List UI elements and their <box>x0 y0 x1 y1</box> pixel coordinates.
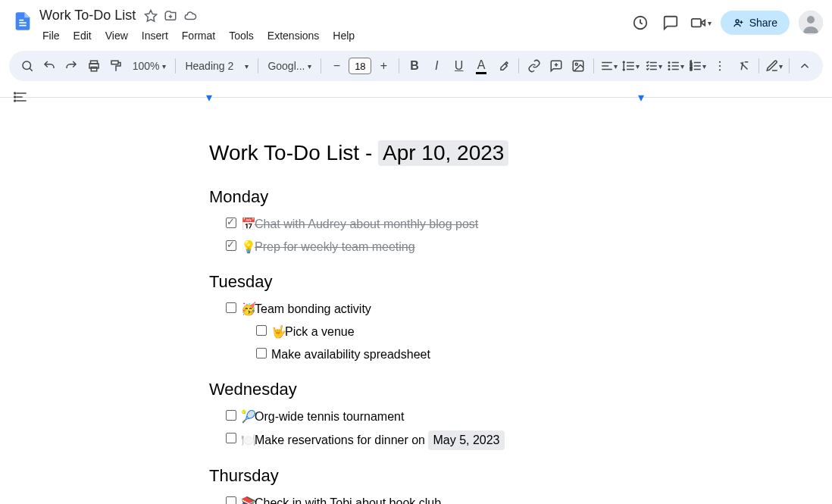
cloud-status-icon[interactable] <box>183 8 198 23</box>
bulleted-list-icon[interactable]: ▾ <box>665 55 686 77</box>
meet-icon[interactable]: ▾ <box>690 12 712 33</box>
checklist-icon[interactable]: ▾ <box>643 55 664 77</box>
editing-mode-icon[interactable]: ▾ <box>764 55 784 77</box>
highlight-icon[interactable] <box>493 55 514 77</box>
star-icon[interactable] <box>143 8 158 23</box>
line-spacing-icon[interactable]: ▾ <box>621 55 641 77</box>
item-text[interactable]: Make availability spreadsheet <box>271 346 430 364</box>
font-size-control: − + <box>326 55 394 77</box>
menu-view[interactable]: View <box>99 27 134 45</box>
document-title[interactable]: Work To-Do List <box>36 6 139 25</box>
comments-icon[interactable] <box>660 12 681 33</box>
checklist-item[interactable]: Make availability spreadsheet <box>209 343 638 366</box>
font-size-input[interactable] <box>349 58 371 74</box>
menu-edit[interactable]: Edit <box>67 27 98 45</box>
more-icon[interactable] <box>710 55 730 77</box>
print-icon[interactable] <box>83 55 104 77</box>
history-icon[interactable] <box>630 12 651 33</box>
emoji-icon: 💡 <box>241 238 255 256</box>
clear-format-icon[interactable] <box>733 55 754 77</box>
font-select[interactable]: Googl...▾ <box>263 57 316 75</box>
link-icon[interactable] <box>524 55 544 77</box>
section-heading[interactable]: Monday <box>209 187 638 207</box>
underline-icon[interactable]: U <box>449 55 469 77</box>
menu-extensions[interactable]: Extensions <box>261 27 325 45</box>
checkbox[interactable] <box>226 240 236 251</box>
checklist-item[interactable]: 📚Check in with Tobi about book club <box>209 492 638 504</box>
italic-icon[interactable]: I <box>427 55 447 77</box>
checkbox[interactable] <box>226 433 236 443</box>
redo-icon[interactable] <box>61 55 82 77</box>
checklist-item[interactable]: 📅Chat with Audrey about monthly blog pos… <box>209 213 638 236</box>
section-heading[interactable]: Thursday <box>209 466 638 486</box>
title-row: Work To-Do List <box>36 6 630 25</box>
align-icon[interactable]: ▾ <box>599 55 619 77</box>
chevron-down-icon: ▾ <box>614 62 618 70</box>
avatar[interactable] <box>799 11 823 35</box>
checkbox[interactable] <box>226 496 236 504</box>
collapse-icon[interactable] <box>794 55 815 77</box>
page-title[interactable]: Work To-Do List - Apr 10, 2023 <box>209 140 638 166</box>
share-button[interactable]: Share <box>721 11 790 35</box>
add-comment-icon[interactable] <box>546 55 566 77</box>
svg-point-22 <box>14 100 16 102</box>
section-heading[interactable]: Tuesday <box>209 272 638 292</box>
checklist-item[interactable]: 🥳Team bonding activity <box>209 298 638 321</box>
item-text[interactable]: 💡Prep for weekly team meeting <box>241 238 415 256</box>
svg-rect-8 <box>111 61 118 64</box>
menu-tools[interactable]: Tools <box>223 27 260 45</box>
checkbox[interactable] <box>226 218 236 228</box>
item-text[interactable]: 🥳Team bonding activity <box>241 300 371 318</box>
checklist-item[interactable]: 💡Prep for weekly team meeting <box>209 236 638 258</box>
checklist-item[interactable]: 🎾Org-wide tennis tournament <box>209 405 638 428</box>
text-color-icon[interactable]: A <box>471 55 491 77</box>
section-heading[interactable]: Wednesday <box>209 380 638 399</box>
paint-format-icon[interactable] <box>105 55 126 77</box>
search-icon[interactable] <box>17 55 37 77</box>
item-text[interactable]: 🤟Pick a venue <box>271 323 355 341</box>
ruler-right-marker[interactable]: ▾ <box>638 90 644 105</box>
numbered-list-icon[interactable]: 123▾ <box>687 55 708 77</box>
toolbar: 100%▾ Heading 2▾ Googl...▾ − + B I U A ▾… <box>9 51 823 81</box>
svg-point-19 <box>719 69 721 70</box>
separator <box>789 58 790 74</box>
docs-logo[interactable] <box>9 8 36 35</box>
ruler-indent-marker[interactable]: ▾ <box>206 90 212 105</box>
checklist-item[interactable]: 🤟Pick a venue <box>209 321 638 343</box>
insert-image-icon[interactable] <box>568 55 589 77</box>
chevron-down-icon: ▾ <box>308 62 311 70</box>
style-select[interactable]: Heading 2▾ <box>180 57 253 75</box>
menu-insert[interactable]: Insert <box>136 27 174 45</box>
menu-help[interactable]: Help <box>327 27 361 45</box>
document-body[interactable]: Work To-Do List - Apr 10, 2023 Monday📅Ch… <box>209 98 638 504</box>
item-text[interactable]: 🎾Org-wide tennis tournament <box>241 408 404 426</box>
outline-icon[interactable] <box>11 86 32 108</box>
checkbox[interactable] <box>256 348 267 358</box>
bold-icon[interactable]: B <box>404 55 424 77</box>
item-text[interactable]: 🍽️Make reservations for dinner on May 5,… <box>241 430 505 450</box>
menu-file[interactable]: File <box>36 27 66 45</box>
checkbox[interactable] <box>226 302 236 313</box>
zoom-select[interactable]: 100%▾ <box>128 57 171 75</box>
svg-point-3 <box>807 16 815 23</box>
date-chip[interactable]: May 5, 2023 <box>428 430 504 450</box>
emoji-icon: 📚 <box>241 494 255 504</box>
decrease-font-icon[interactable]: − <box>326 55 347 77</box>
share-icon <box>733 17 745 29</box>
undo-icon[interactable] <box>39 55 59 77</box>
move-icon[interactable] <box>163 8 178 23</box>
checkbox[interactable] <box>226 410 236 421</box>
item-text[interactable]: 📚Check in with Tobi about book club <box>241 494 441 504</box>
svg-point-12 <box>668 65 670 67</box>
increase-font-icon[interactable]: + <box>373 55 394 77</box>
svg-point-21 <box>14 96 16 98</box>
date-chip[interactable]: Apr 10, 2023 <box>378 140 508 166</box>
share-label: Share <box>749 17 777 29</box>
menu-bar: File Edit View Insert Format Tools Exten… <box>36 27 630 45</box>
checklist-item[interactable]: 🍽️Make reservations for dinner on May 5,… <box>209 428 638 452</box>
ruler[interactable]: ▾ ▾ <box>0 87 832 98</box>
chevron-down-icon: ▾ <box>779 62 783 70</box>
menu-format[interactable]: Format <box>176 27 221 45</box>
item-text[interactable]: 📅Chat with Audrey about monthly blog pos… <box>241 215 478 233</box>
checkbox[interactable] <box>256 325 267 336</box>
